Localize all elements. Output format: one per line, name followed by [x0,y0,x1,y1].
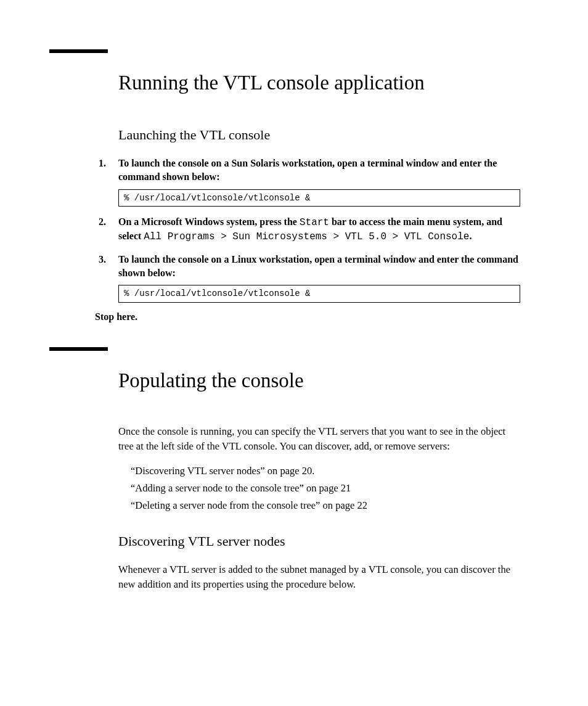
step-2: On a Microsoft Windows system, press the… [99,215,520,244]
step-3: To launch the console on a Linux worksta… [99,253,520,303]
stop-here-label: Stop here. [95,311,520,322]
section-rule [49,49,108,53]
xref-discovering: “Discovering VTL server nodes” on page 2… [131,462,520,480]
step-2-path: All Programs > Sun Microsystems > VTL 5.… [144,231,469,242]
xref-deleting: “Deleting a server node from the console… [131,497,520,514]
step-2-start: Start [300,217,329,228]
step-1: To launch the console on a Sun Solaris w… [99,157,520,207]
subheading-discovering: Discovering VTL server nodes [118,533,520,551]
step-1-text: To launch the console on a Sun Solaris w… [118,158,497,182]
section-heading-running: Running the VTL console application [118,70,520,96]
step-1-code: % /usr/local/vtlconsole/vtlconsole & [118,189,520,207]
subheading-launching: Launching the VTL console [118,126,520,144]
step-list-launching: To launch the console on a Sun Solaris w… [99,157,520,303]
section-rule-2 [49,347,108,351]
step-2-pre: On a Microsoft Windows system, press the [118,216,300,227]
section2-para: Whenever a VTL server is added to the su… [118,562,520,592]
step-2-end: . [469,231,472,241]
section2-intro: Once the console is running, you can spe… [118,424,520,454]
page-container: Running the VTL console application Laun… [0,0,588,638]
step-3-code: % /usr/local/vtlconsole/vtlconsole & [118,285,520,302]
step-3-text: To launch the console on a Linux worksta… [118,254,518,278]
cross-reference-list: “Discovering VTL server nodes” on page 2… [131,462,520,514]
xref-adding: “Adding a server node to the console tre… [131,480,520,497]
section-heading-populating: Populating the console [118,368,520,393]
